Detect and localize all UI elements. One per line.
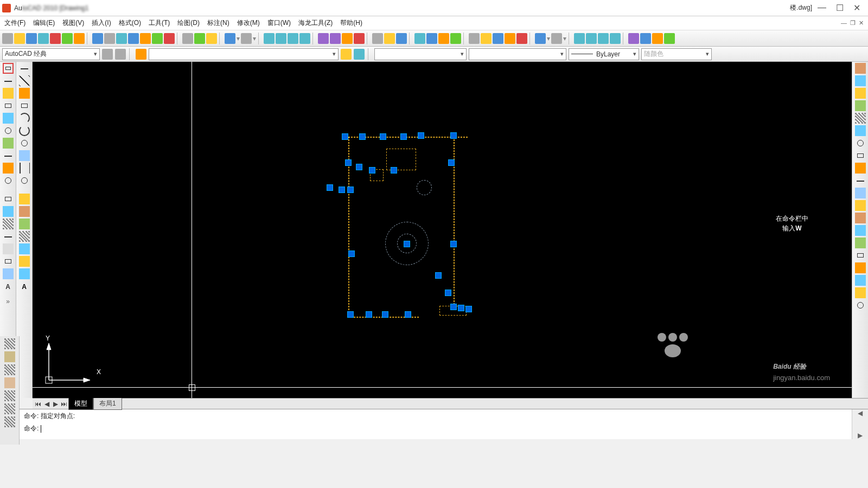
paste-icon[interactable] — [74, 33, 85, 44]
menu-window[interactable]: 窗口(W) — [267, 18, 291, 28]
menu-insert[interactable]: 插入(I) — [92, 18, 111, 28]
menu-edit[interactable]: 编辑(E) — [33, 18, 55, 28]
lt1-icon[interactable] — [414, 33, 425, 44]
line2-icon[interactable] — [3, 150, 14, 161]
extend-icon[interactable] — [855, 188, 866, 198]
m3-icon[interactable] — [19, 219, 30, 229]
lt5-icon[interactable] — [469, 33, 480, 44]
lt9-icon[interactable] — [516, 33, 527, 44]
lt3-icon[interactable] — [438, 33, 449, 44]
chevron-down-icon[interactable]: » — [3, 297, 14, 308]
break-icon[interactable] — [855, 200, 866, 211]
match-icon[interactable] — [92, 33, 103, 44]
ellipse2-icon[interactable] — [19, 175, 30, 186]
arc2-icon[interactable] — [19, 113, 30, 124]
layer-dropdown[interactable] — [149, 48, 339, 60]
menu-modify[interactable]: 修改(M) — [237, 18, 260, 28]
region-icon[interactable] — [3, 256, 14, 267]
move-icon[interactable] — [855, 125, 866, 136]
tab-next-icon[interactable]: ▶ — [51, 400, 60, 408]
menu-view[interactable]: 视图(V) — [62, 18, 84, 28]
ws1-icon[interactable] — [102, 49, 113, 60]
explode-icon[interactable] — [855, 250, 866, 261]
donut-icon[interactable] — [3, 125, 14, 136]
lt2-icon[interactable] — [426, 33, 437, 44]
new-icon[interactable] — [2, 33, 13, 44]
z4-icon[interactable] — [610, 33, 621, 44]
h1-icon[interactable] — [4, 338, 15, 349]
mdi-minimize[interactable]: — — [841, 20, 847, 27]
table-icon[interactable] — [3, 243, 14, 254]
tab-layout1[interactable]: 布局1 — [93, 397, 122, 410]
linetype-dropdown[interactable] — [469, 48, 566, 60]
chamfer-icon[interactable] — [855, 225, 866, 236]
m7-icon[interactable] — [19, 268, 30, 279]
h4-icon[interactable] — [4, 377, 15, 388]
tab-prev-icon[interactable]: ◀ — [42, 400, 51, 408]
open-icon[interactable] — [14, 33, 25, 44]
z1-icon[interactable] — [574, 33, 585, 44]
menu-dimension[interactable]: 标注(N) — [207, 18, 229, 28]
tool6-icon[interactable] — [164, 33, 175, 44]
cloud-icon[interactable] — [19, 88, 30, 99]
spline2-icon[interactable] — [19, 163, 30, 174]
tool9-icon[interactable] — [342, 33, 353, 44]
tool-icon[interactable] — [104, 33, 115, 44]
tab-first-icon[interactable]: ⏮ — [34, 400, 42, 408]
tool8-icon[interactable] — [206, 33, 217, 44]
color-dropdown[interactable] — [374, 48, 467, 60]
undo-icon[interactable] — [225, 33, 235, 44]
z7-icon[interactable] — [652, 33, 663, 44]
ucs-icon[interactable] — [182, 33, 193, 44]
zoom-icon[interactable] — [276, 33, 286, 44]
arc-icon[interactable] — [3, 113, 14, 124]
z5-icon[interactable] — [628, 33, 639, 44]
rotate-icon[interactable] — [855, 138, 866, 149]
line-icon[interactable] — [19, 63, 30, 74]
menu-help[interactable]: 帮助(H) — [340, 18, 362, 28]
maximize-button[interactable]: ☐ — [836, 3, 844, 13]
tab-last-icon[interactable]: ⏭ — [60, 400, 68, 408]
redo-icon[interactable] — [241, 33, 252, 44]
workspace-dropdown[interactable]: AutoCAD 经典 — [2, 48, 100, 60]
tool4-icon[interactable] — [140, 33, 151, 44]
command-prompt[interactable]: 命令: — [24, 424, 847, 433]
array-icon[interactable] — [855, 113, 866, 124]
menu-draw[interactable]: 绘图(D) — [177, 18, 200, 28]
pan-icon[interactable] — [264, 33, 275, 44]
stretch-icon[interactable] — [855, 163, 866, 174]
menu-file[interactable]: 文件(F) — [4, 18, 25, 28]
r2-icon[interactable] — [855, 275, 866, 286]
trim-icon[interactable] — [855, 175, 866, 186]
h6-icon[interactable] — [4, 403, 15, 414]
mtext-icon[interactable]: A — [3, 281, 14, 292]
xline-icon[interactable] — [3, 75, 14, 86]
h2-icon[interactable] — [4, 351, 15, 362]
rect-red-icon[interactable] — [3, 63, 14, 74]
fillet-icon[interactable] — [855, 237, 866, 248]
tool5-icon[interactable] — [152, 33, 163, 44]
erase-icon[interactable] — [855, 63, 866, 74]
z2-icon[interactable] — [586, 33, 597, 44]
plotstyle-dropdown[interactable]: 随颜色 — [641, 48, 712, 60]
block-icon[interactable] — [3, 194, 14, 204]
lt8-icon[interactable] — [505, 33, 515, 44]
z3-icon[interactable] — [598, 33, 609, 44]
circle-icon[interactable] — [19, 138, 30, 149]
layer-icon[interactable] — [136, 49, 146, 60]
polygon-icon[interactable] — [3, 100, 14, 111]
pline-icon[interactable] — [3, 88, 14, 99]
minimize-button[interactable]: — — [818, 3, 826, 13]
rectangle-icon[interactable] — [19, 100, 30, 111]
h5-icon[interactable] — [4, 390, 15, 401]
copy2-icon[interactable] — [855, 75, 866, 86]
cut-icon[interactable] — [50, 33, 61, 44]
tab-model[interactable]: 模型 — [68, 397, 93, 410]
scale-icon[interactable] — [855, 150, 866, 161]
lt6-icon[interactable] — [481, 33, 492, 44]
menu-format[interactable]: 格式(O) — [119, 18, 141, 28]
command-text[interactable]: 命令: 指定对角点: 命令: — [20, 409, 852, 439]
m6-icon[interactable] — [19, 256, 30, 267]
scroll-left-icon[interactable]: ◀ — [858, 409, 863, 417]
lineweight-dropdown[interactable]: ByLayer — [569, 48, 639, 60]
